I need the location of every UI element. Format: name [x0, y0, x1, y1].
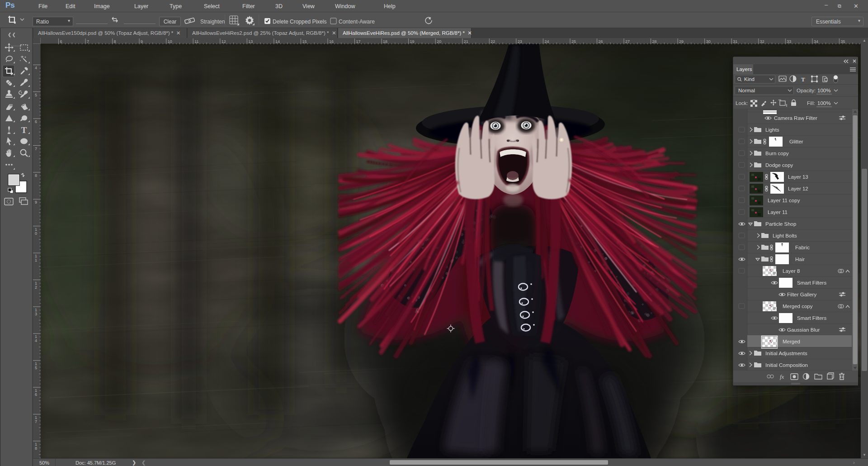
svg-text:100%: 100% — [817, 100, 830, 106]
svg-text:Layer 11: Layer 11 — [768, 209, 788, 215]
svg-text:6: 6 — [35, 392, 37, 397]
svg-text:Smart Filters: Smart Filters — [797, 315, 826, 321]
svg-text:24: 24 — [544, 39, 549, 44]
svg-text:2: 2 — [35, 285, 37, 290]
svg-text:23: 23 — [518, 39, 522, 44]
svg-text:Glitter: Glitter — [789, 139, 803, 144]
svg-text:19: 19 — [410, 39, 415, 44]
svg-text:26: 26 — [599, 39, 603, 44]
svg-text:8: 8 — [35, 446, 37, 451]
svg-text:Fabric: Fabric — [795, 245, 810, 250]
svg-text:4: 4 — [35, 338, 37, 343]
svg-text:5: 5 — [35, 93, 37, 97]
svg-text:7: 7 — [35, 419, 37, 424]
svg-text:Merged: Merged — [783, 339, 800, 344]
svg-text:30: 30 — [706, 39, 711, 44]
svg-text:31: 31 — [733, 39, 737, 44]
svg-text:7: 7 — [35, 147, 37, 151]
svg-text:34: 34 — [814, 39, 818, 44]
svg-text:12: 12 — [222, 39, 226, 44]
svg-text:Initial Adjustments: Initial Adjustments — [765, 351, 807, 356]
svg-text:1: 1 — [35, 258, 37, 262]
svg-text:4: 4 — [35, 66, 37, 70]
svg-text:Filter Gallery: Filter Gallery — [787, 292, 816, 297]
svg-text:Burn copy: Burn copy — [765, 151, 789, 156]
svg-text:Merged copy: Merged copy — [783, 304, 813, 309]
svg-text:100%: 100% — [817, 88, 830, 93]
svg-text:Camera Raw Filter: Camera Raw Filter — [774, 115, 817, 121]
svg-text:5: 5 — [35, 366, 37, 370]
svg-text:Kind: Kind — [744, 76, 755, 82]
svg-text:13: 13 — [248, 39, 253, 44]
svg-text:32: 32 — [760, 39, 764, 44]
svg-text:22: 22 — [491, 39, 495, 44]
svg-text:Light Bolts: Light Bolts — [773, 233, 797, 238]
svg-text:18: 18 — [383, 39, 387, 44]
svg-text:8: 8 — [35, 173, 37, 178]
svg-text:0: 0 — [35, 231, 37, 236]
svg-text:33: 33 — [787, 39, 791, 44]
svg-text:6: 6 — [35, 119, 37, 124]
svg-text:25: 25 — [571, 39, 576, 44]
svg-text:9: 9 — [35, 200, 37, 204]
svg-text:7: 7 — [87, 39, 89, 44]
svg-text:Fill:: Fill: — [807, 100, 815, 106]
svg-text:T: T — [21, 125, 27, 135]
svg-text:17: 17 — [356, 39, 361, 44]
svg-text:fx: fx — [780, 373, 784, 380]
svg-text:6: 6 — [60, 39, 62, 44]
svg-text:16: 16 — [329, 39, 334, 44]
svg-text:21: 21 — [464, 39, 468, 44]
svg-text:Initial Composition: Initial Composition — [765, 362, 808, 368]
svg-text:28: 28 — [652, 39, 657, 44]
svg-text:Layer 13: Layer 13 — [788, 174, 808, 180]
svg-text:Lock:: Lock: — [736, 100, 748, 106]
svg-text:Particle Shop: Particle Shop — [765, 221, 796, 227]
svg-text:Dodge copy: Dodge copy — [765, 162, 793, 168]
svg-text:35: 35 — [840, 39, 845, 44]
svg-text:Layer 8: Layer 8 — [783, 268, 800, 274]
svg-text:Lights: Lights — [765, 127, 779, 133]
svg-text:Layer 12: Layer 12 — [788, 186, 808, 191]
svg-text:9: 9 — [141, 39, 143, 44]
svg-text:15: 15 — [302, 39, 307, 44]
svg-text:14: 14 — [275, 39, 280, 44]
svg-text:Hair: Hair — [795, 257, 805, 262]
svg-text:29: 29 — [679, 39, 684, 44]
svg-text:Layer 11 copy: Layer 11 copy — [768, 198, 800, 203]
svg-text:3: 3 — [35, 312, 37, 316]
svg-text:Normal: Normal — [738, 88, 755, 93]
svg-text:20: 20 — [437, 39, 441, 44]
svg-text:Gaussian Blur: Gaussian Blur — [787, 327, 820, 333]
svg-text:27: 27 — [625, 39, 630, 44]
svg-text:Layers: Layers — [736, 67, 752, 72]
svg-text:T: T — [801, 76, 805, 83]
svg-text:10: 10 — [168, 39, 172, 44]
svg-text:11: 11 — [194, 39, 198, 44]
svg-text:Opacity:: Opacity: — [797, 88, 816, 93]
svg-text:Smart Filters: Smart Filters — [797, 280, 826, 285]
svg-text:8: 8 — [114, 39, 116, 44]
